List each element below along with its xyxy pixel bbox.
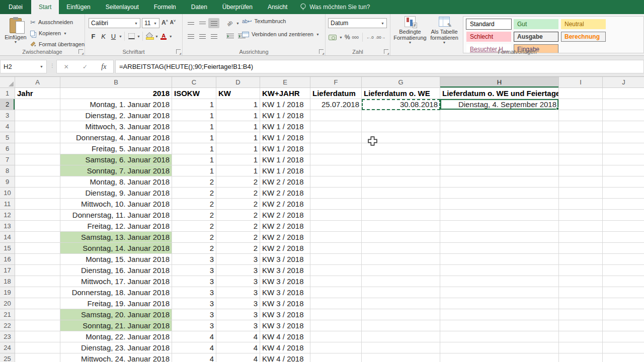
cell-D7[interactable]: 1 xyxy=(216,154,260,165)
column-header-E[interactable]: E xyxy=(260,77,310,88)
cell-G25[interactable] xyxy=(362,353,440,362)
cell-A15[interactable] xyxy=(15,243,60,254)
cell-A23[interactable] xyxy=(15,331,60,342)
cell-C14[interactable]: 2 xyxy=(172,232,216,243)
cell-I7[interactable] xyxy=(559,154,603,165)
insert-function-icon[interactable]: fx xyxy=(101,63,106,71)
cell-E4[interactable]: KW 1 / 2018 xyxy=(260,121,310,132)
cell-B15[interactable]: Sonntag, 14. Januar 2018 xyxy=(60,243,172,254)
cell-J14[interactable] xyxy=(603,232,644,243)
cancel-icon[interactable]: ✕ xyxy=(64,63,69,70)
cell-B9[interactable]: Montag, 8. Januar 2018 xyxy=(60,176,172,188)
cell-F2[interactable]: 25.07.2018 xyxy=(310,99,362,110)
cell-I20[interactable] xyxy=(559,298,603,309)
cell-G18[interactable] xyxy=(362,276,440,287)
font-dialog-launcher[interactable] xyxy=(176,49,181,54)
cell-D5[interactable]: 1 xyxy=(216,132,260,143)
cell-H4[interactable] xyxy=(440,121,559,132)
cell-G11[interactable] xyxy=(362,199,440,210)
cell-I19[interactable] xyxy=(559,287,603,298)
cell-J24[interactable] xyxy=(603,342,644,353)
cell-D8[interactable]: 1 xyxy=(216,165,260,176)
cell-J4[interactable] xyxy=(603,121,644,132)
cell-A12[interactable] xyxy=(15,210,60,221)
cell-J9[interactable] xyxy=(603,176,644,188)
cell-E13[interactable]: KW 2 / 2018 xyxy=(260,221,310,232)
cell-D16[interactable]: 3 xyxy=(216,254,260,265)
font-name-combobox[interactable]: Calibri ▼ xyxy=(89,18,140,28)
cell-C16[interactable]: 3 xyxy=(172,254,216,265)
cell-A20[interactable] xyxy=(15,298,60,309)
alignment-dialog-launcher[interactable] xyxy=(319,49,324,54)
cell-G1[interactable]: Lieferdatum o. WE xyxy=(362,88,440,99)
cell-D10[interactable]: 2 xyxy=(216,188,260,199)
cell-H11[interactable] xyxy=(440,199,559,210)
cell-F16[interactable] xyxy=(310,254,362,265)
cell-D6[interactable]: 1 xyxy=(216,143,260,154)
tab-überprüfen[interactable]: Überprüfen xyxy=(215,0,260,14)
cell-D19[interactable]: 3 xyxy=(216,287,260,298)
cell-C11[interactable]: 2 xyxy=(172,199,216,210)
cell-F17[interactable] xyxy=(310,265,362,276)
row-header-7[interactable]: 7 xyxy=(0,154,15,165)
cell-B12[interactable]: Donnerstag, 11. Januar 2018 xyxy=(60,210,172,221)
cell-J6[interactable] xyxy=(603,143,644,154)
cell-G9[interactable] xyxy=(362,176,440,188)
cell-F13[interactable] xyxy=(310,221,362,232)
cell-B6[interactable]: Freitag, 5. Januar 2018 xyxy=(60,143,172,154)
cell-G24[interactable] xyxy=(362,342,440,353)
cell-D3[interactable]: 1 xyxy=(216,110,260,121)
row-header-23[interactable]: 23 xyxy=(0,331,15,342)
cell-C10[interactable]: 2 xyxy=(172,188,216,199)
cell-H24[interactable] xyxy=(440,342,559,353)
cell-E8[interactable]: KW 1 / 2018 xyxy=(260,165,310,176)
cell-G8[interactable] xyxy=(362,165,440,176)
cell-B3[interactable]: Dienstag, 2. Januar 2018 xyxy=(60,110,172,121)
cell-J22[interactable] xyxy=(603,320,644,331)
italic-button[interactable]: K xyxy=(99,31,108,41)
cell-J10[interactable] xyxy=(603,188,644,199)
cell-B7[interactable]: Samstag, 6. Januar 2018 xyxy=(60,154,172,165)
cell-C21[interactable]: 3 xyxy=(172,309,216,320)
cell-H7[interactable] xyxy=(440,154,559,165)
cell-A5[interactable] xyxy=(15,132,60,143)
row-header-21[interactable]: 21 xyxy=(0,309,15,320)
cell-J7[interactable] xyxy=(603,154,644,165)
cell-J25[interactable] xyxy=(603,353,644,362)
cell-C25[interactable]: 4 xyxy=(172,353,216,362)
cell-J15[interactable] xyxy=(603,243,644,254)
cell-J12[interactable] xyxy=(603,210,644,221)
cell-E3[interactable]: KW 1 / 2018 xyxy=(260,110,310,121)
cell-B10[interactable]: Dienstag, 9. Januar 2018 xyxy=(60,188,172,199)
cell-I5[interactable] xyxy=(559,132,603,143)
font-size-combobox[interactable]: 11 ▼ xyxy=(142,18,159,28)
cell-D9[interactable]: 2 xyxy=(216,176,260,188)
style-gut[interactable]: Gut xyxy=(514,19,558,29)
cell-B11[interactable]: Mittwoch, 10. Januar 2018 xyxy=(60,199,172,210)
cell-C8[interactable]: 1 xyxy=(172,165,216,176)
cell-C18[interactable]: 3 xyxy=(172,276,216,287)
cell-G12[interactable] xyxy=(362,210,440,221)
cell-I10[interactable] xyxy=(559,188,603,199)
cell-I23[interactable] xyxy=(559,331,603,342)
wrap-text-button[interactable]: ab↩ Textumbruch xyxy=(242,18,286,24)
tab-datei[interactable]: Datei xyxy=(0,0,31,14)
name-box[interactable]: H2 ▼ xyxy=(0,60,47,73)
cell-G19[interactable] xyxy=(362,287,440,298)
cell-F10[interactable] xyxy=(310,188,362,199)
cell-B2[interactable]: Montag, 1. Januar 2018 xyxy=(60,99,172,110)
row-header-22[interactable]: 22 xyxy=(0,320,15,331)
copy-button[interactable]: Kopieren ▼ xyxy=(30,28,67,38)
cell-F7[interactable] xyxy=(310,154,362,165)
borders-caret[interactable]: ▼ xyxy=(137,35,140,38)
row-header-18[interactable]: 18 xyxy=(0,276,15,287)
decrease-indent-button[interactable] xyxy=(224,31,235,41)
cell-H17[interactable] xyxy=(440,265,559,276)
cell-E21[interactable]: KW 3 / 2018 xyxy=(260,309,310,320)
cell-D4[interactable]: 1 xyxy=(216,121,260,132)
cell-C2[interactable]: 1 xyxy=(172,99,216,110)
cell-J11[interactable] xyxy=(603,199,644,210)
enter-icon[interactable]: ✓ xyxy=(83,63,88,70)
tab-daten[interactable]: Daten xyxy=(184,0,215,14)
fill-handle[interactable] xyxy=(556,107,559,110)
